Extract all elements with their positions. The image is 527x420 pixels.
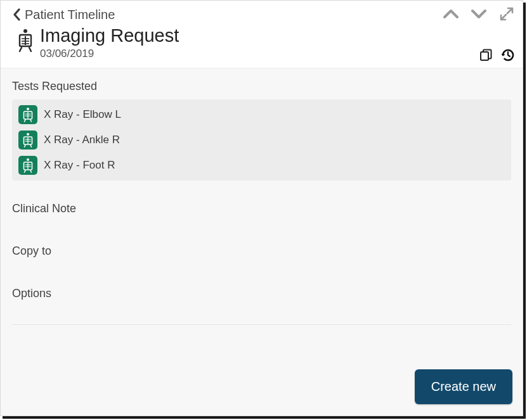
copy-icon[interactable] [478,48,493,63]
svg-line-14 [25,120,26,122]
copy-to-section[interactable]: Copy to [12,245,511,258]
footer-divider [12,324,511,325]
svg-line-7 [29,48,31,51]
test-label: X Ray - Ankle R [44,134,120,146]
svg-line-21 [25,145,26,147]
svg-point-9 [27,108,29,110]
tests-requested-label: Tests Requested [12,80,511,93]
title-row: Imaging Request 03/06/2019 [11,26,512,60]
svg-rect-8 [481,52,488,60]
imaging-request-panel: Patient Timeline [0,0,523,416]
previous-record-icon[interactable] [443,6,459,22]
options-section[interactable]: Options [12,287,511,300]
header-top-row: Patient Timeline [11,6,512,23]
expand-icon[interactable] [498,6,515,22]
xray-icon [18,105,37,124]
svg-point-23 [27,158,29,161]
header-action-icons [478,48,515,63]
history-icon[interactable] [500,48,515,63]
tests-list: X Ray - Elbow L X Ray - Ankle R [12,99,511,181]
panel-footer: Create new [1,360,523,416]
title-block: Imaging Request 03/06/2019 [40,26,179,60]
clinical-note-section[interactable]: Clinical Note [12,202,511,215]
svg-line-22 [30,145,32,147]
imaging-request-icon [11,26,40,53]
test-label: X Ray - Foot R [44,159,115,172]
test-row[interactable]: X Ray - Ankle R [16,127,507,153]
request-date: 03/06/2019 [40,48,179,60]
next-record-icon[interactable] [471,6,487,22]
back-chevron-icon[interactable] [11,7,22,22]
panel-body: Tests Requested X Ray - Elbow L [1,68,523,360]
svg-line-15 [30,120,32,122]
create-new-button[interactable]: Create new [415,369,512,404]
test-row[interactable]: X Ray - Foot R [16,153,507,178]
page-title: Imaging Request [40,26,179,46]
svg-point-16 [27,133,29,136]
xray-icon [18,156,37,175]
test-row[interactable]: X Ray - Elbow L [16,102,507,127]
panel-header: Patient Timeline [1,1,523,68]
svg-line-29 [30,170,32,172]
test-label: X Ray - Elbow L [44,108,121,121]
svg-line-6 [20,48,22,51]
header-nav-icons [443,6,515,22]
xray-icon [18,130,37,150]
breadcrumb[interactable]: Patient Timeline [25,8,115,22]
svg-line-28 [25,170,26,172]
svg-point-0 [23,29,27,33]
